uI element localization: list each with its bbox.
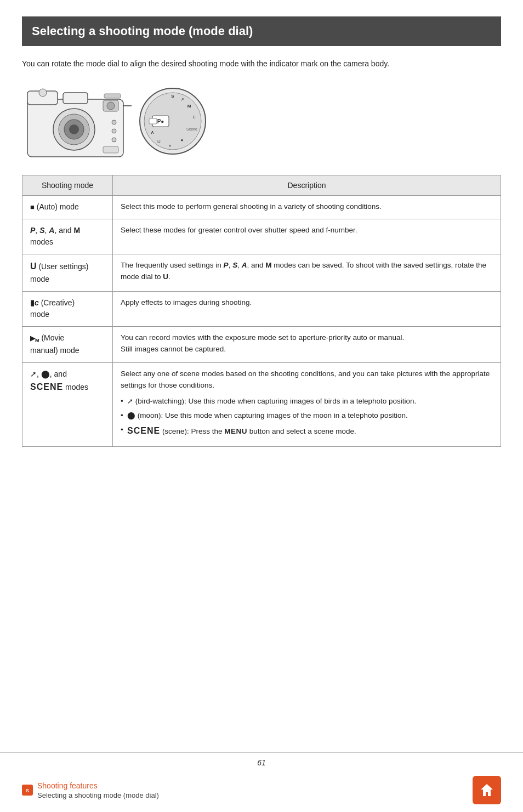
page-number: 61 [22,758,501,767]
footer-left: S Shooting features Selecting a shooting… [22,781,159,799]
footer-breadcrumb: Selecting a shooting mode (mode dial) [37,791,159,799]
user-desc-label: (User settings)mode [30,262,88,283]
auto-label: (Auto) mode [37,202,79,211]
scene-bullet-list: ➚ (bird-watching): Use this mode when ca… [121,396,493,438]
table-header-desc: Description [113,175,501,196]
camera-illustration-area: P● S ↗ M C Scene ● ♦ U A [22,83,501,160]
bullet-bird-icon: ➚ [127,397,133,405]
user-label: U [30,262,37,271]
mode-auto: ■ (Auto) mode [22,196,113,219]
table-row: ▶M (Moviemanual) mode You can record mov… [22,326,501,362]
intro-paragraph: You can rotate the mode dial to align th… [22,58,501,70]
desc-auto: Select this mode to perform general shoo… [113,196,501,219]
table-row: P, S, A, and Mmodes Select these modes f… [22,219,501,254]
home-button[interactable] [473,776,501,804]
svg-rect-14 [103,146,118,153]
page-num-text: 61 [257,758,266,767]
moon-icon: ⬤ [41,370,50,378]
page-title: Selecting a shooting mode (mode dial) [32,24,491,38]
svg-point-9 [112,120,116,124]
svg-text:S: S [171,94,174,99]
mode-dial-svg: P● S ↗ M C Scene ● ♦ U A [137,86,208,157]
home-small-icon: S [24,786,31,794]
mode-psam: P, S, A, and Mmodes [22,219,113,254]
menu-label: MENU [224,427,247,435]
scene-label: SCENE [30,382,63,391]
desc-scene: Select any one of scene modes based on t… [113,362,501,446]
page-footer: 61 S Shooting features Selecting a shoot… [0,752,523,812]
bullet-bird: ➚ (bird-watching): Use this mode when ca… [121,396,493,407]
svg-rect-2 [63,93,88,104]
bullet-moon: ⬤ (moon): Use this mode when capturing i… [121,410,493,421]
mode-table: Shooting mode Description ■ (Auto) mode … [22,175,501,447]
bird-icon: ➚ [30,370,37,378]
footer-text-block: Shooting features Selecting a shooting m… [37,781,159,799]
table-header-mode: Shooting mode [22,175,113,196]
svg-rect-13 [104,94,121,98]
psam-label: P, S, A, and Mmodes [30,226,80,247]
footer-section-icon: S [22,785,33,796]
desc-user: The frequently used settings in P, S, A,… [113,254,501,291]
svg-text:S: S [26,788,29,793]
footer-section-label[interactable]: Shooting features [37,781,159,790]
home-icon [479,782,495,798]
page-content: Selecting a shooting mode (mode dial) Yo… [0,0,523,507]
svg-text:P●: P● [157,118,164,124]
svg-point-12 [39,89,47,96]
mode-creative: ▮c (Creative)mode [22,291,113,326]
svg-text:♦: ♦ [169,144,171,147]
svg-rect-29 [149,118,157,124]
desc-creative: Apply effects to images during shooting. [113,291,501,326]
svg-text:M: M [187,104,191,109]
svg-text:↗: ↗ [180,97,184,102]
auto-icon: ■ [30,203,35,211]
bullet-scene-label: SCENE [127,426,160,435]
mode-movie: ▶M (Moviemanual) mode [22,326,113,362]
svg-marker-32 [481,784,493,796]
svg-point-10 [112,129,116,133]
camera-body-svg [22,83,132,160]
movie-icon: ▶M [30,333,39,345]
svg-text:Scene: Scene [186,127,197,131]
svg-point-8 [107,102,115,110]
footer-nav: S Shooting features Selecting a shooting… [22,776,501,804]
bullet-scene: SCENE (scene): Press the MENU button and… [121,424,493,438]
scene-desc-main: Select any one of scene modes based on t… [121,368,493,391]
desc-psam: Select these modes for greater control o… [113,219,501,254]
svg-text:A: A [151,130,154,134]
svg-point-11 [112,138,116,142]
svg-text:C: C [192,115,195,119]
desc-movie: You can record movies with the exposure … [113,326,501,362]
svg-point-6 [69,124,79,134]
scene-modes-label: modes [65,383,88,391]
table-row: ▮c (Creative)mode Apply effects to image… [22,291,501,326]
creative-icon: ▮c [30,298,39,307]
mode-user: U (User settings)mode [22,254,113,291]
table-row: ➚, ⬤, and SCENE modes Select any one of … [22,362,501,446]
table-row: ■ (Auto) mode Select this mode to perfor… [22,196,501,219]
title-bar: Selecting a shooting mode (mode dial) [22,16,501,46]
svg-text:●: ● [181,138,184,143]
svg-text:U: U [157,139,161,144]
bullet-moon-icon: ⬤ [127,411,135,419]
table-row: U (User settings)mode The frequently use… [22,254,501,291]
mode-scene: ➚, ⬤, and SCENE modes [22,362,113,446]
